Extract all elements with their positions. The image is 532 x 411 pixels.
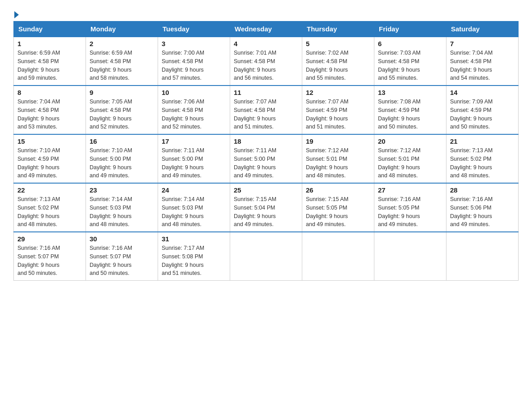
calendar-cell: 31Sunrise: 7:17 AMSunset: 5:08 PMDayligh… — [158, 232, 230, 281]
calendar-week-2: 8Sunrise: 7:04 AMSunset: 4:58 PMDaylight… — [14, 86, 519, 134]
day-number: 26 — [306, 186, 370, 194]
day-info: Sunrise: 7:16 AMSunset: 5:05 PMDaylight:… — [378, 195, 442, 229]
day-number: 4 — [234, 40, 298, 47]
day-number: 9 — [90, 89, 154, 96]
logo-text — [13, 11, 20, 18]
day-number: 19 — [306, 137, 370, 145]
calendar-cell: 4Sunrise: 7:01 AMSunset: 4:58 PMDaylight… — [230, 37, 302, 86]
day-info: Sunrise: 7:15 AMSunset: 5:04 PMDaylight:… — [234, 195, 298, 229]
day-number: 15 — [17, 137, 82, 145]
calendar-week-1: 1Sunrise: 6:59 AMSunset: 4:58 PMDaylight… — [14, 37, 519, 86]
calendar-cell: 22Sunrise: 7:13 AMSunset: 5:02 PMDayligh… — [14, 183, 86, 232]
calendar-cell: 1Sunrise: 6:59 AMSunset: 4:58 PMDaylight… — [14, 37, 86, 86]
calendar-cell: 18Sunrise: 7:11 AMSunset: 5:00 PMDayligh… — [230, 134, 302, 183]
day-number: 25 — [234, 186, 298, 194]
calendar-cell: 13Sunrise: 7:08 AMSunset: 4:59 PMDayligh… — [374, 86, 446, 134]
day-info: Sunrise: 7:14 AMSunset: 5:03 PMDaylight:… — [162, 195, 226, 229]
calendar-cell: 17Sunrise: 7:11 AMSunset: 5:00 PMDayligh… — [158, 134, 230, 183]
day-number: 30 — [90, 235, 154, 243]
day-info: Sunrise: 6:59 AMSunset: 4:58 PMDaylight:… — [17, 49, 82, 82]
calendar-header-tuesday: Tuesday — [158, 21, 230, 37]
day-info: Sunrise: 7:15 AMSunset: 5:05 PMDaylight:… — [306, 195, 370, 229]
calendar-header-sunday: Sunday — [14, 21, 86, 37]
day-info: Sunrise: 7:16 AMSunset: 5:07 PMDaylight:… — [90, 244, 154, 278]
calendar-cell: 28Sunrise: 7:16 AMSunset: 5:06 PMDayligh… — [446, 183, 519, 232]
day-info: Sunrise: 7:12 AMSunset: 5:01 PMDaylight:… — [378, 146, 442, 180]
calendar-cell: 20Sunrise: 7:12 AMSunset: 5:01 PMDayligh… — [374, 134, 446, 183]
day-info: Sunrise: 7:16 AMSunset: 5:07 PMDaylight:… — [17, 244, 82, 278]
day-info: Sunrise: 7:14 AMSunset: 5:03 PMDaylight:… — [90, 195, 154, 229]
day-number: 1 — [17, 40, 82, 47]
day-number: 8 — [17, 89, 82, 96]
day-info: Sunrise: 7:07 AMSunset: 4:59 PMDaylight:… — [306, 98, 370, 131]
day-number: 13 — [378, 89, 442, 96]
day-number: 12 — [306, 89, 370, 96]
day-number: 7 — [450, 40, 515, 47]
day-number: 3 — [162, 40, 226, 47]
calendar-header-wednesday: Wednesday — [230, 21, 302, 37]
calendar-cell — [446, 232, 519, 281]
calendar-cell: 26Sunrise: 7:15 AMSunset: 5:05 PMDayligh… — [302, 183, 374, 232]
calendar-cell: 24Sunrise: 7:14 AMSunset: 5:03 PMDayligh… — [158, 183, 230, 232]
day-number: 6 — [378, 40, 442, 47]
day-info: Sunrise: 7:02 AMSunset: 4:58 PMDaylight:… — [306, 49, 370, 82]
day-info: Sunrise: 7:11 AMSunset: 5:00 PMDaylight:… — [162, 146, 226, 180]
day-info: Sunrise: 7:10 AMSunset: 5:00 PMDaylight:… — [90, 146, 154, 180]
calendar-cell: 23Sunrise: 7:14 AMSunset: 5:03 PMDayligh… — [86, 183, 158, 232]
day-info: Sunrise: 7:01 AMSunset: 4:58 PMDaylight:… — [234, 49, 298, 82]
day-number: 23 — [90, 186, 154, 194]
calendar-cell: 16Sunrise: 7:10 AMSunset: 5:00 PMDayligh… — [86, 134, 158, 183]
day-number: 29 — [17, 235, 82, 243]
day-number: 17 — [162, 137, 226, 145]
day-info: Sunrise: 7:17 AMSunset: 5:08 PMDaylight:… — [162, 244, 226, 278]
calendar-header-saturday: Saturday — [446, 21, 519, 37]
day-number: 14 — [450, 89, 515, 96]
calendar-cell: 3Sunrise: 7:00 AMSunset: 4:58 PMDaylight… — [158, 37, 230, 86]
day-info: Sunrise: 7:04 AMSunset: 4:58 PMDaylight:… — [17, 98, 82, 131]
page-header — [13, 9, 519, 17]
day-info: Sunrise: 7:12 AMSunset: 5:01 PMDaylight:… — [306, 146, 370, 180]
calendar-header-friday: Friday — [374, 21, 446, 37]
logo-arrow-icon — [14, 11, 19, 18]
calendar-week-5: 29Sunrise: 7:16 AMSunset: 5:07 PMDayligh… — [14, 232, 519, 281]
calendar-cell: 25Sunrise: 7:15 AMSunset: 5:04 PMDayligh… — [230, 183, 302, 232]
calendar-cell — [302, 232, 374, 281]
calendar-cell: 29Sunrise: 7:16 AMSunset: 5:07 PMDayligh… — [14, 232, 86, 281]
logo — [13, 9, 20, 17]
calendar-cell: 30Sunrise: 7:16 AMSunset: 5:07 PMDayligh… — [86, 232, 158, 281]
day-info: Sunrise: 6:59 AMSunset: 4:58 PMDaylight:… — [90, 49, 154, 82]
calendar-header-monday: Monday — [86, 21, 158, 37]
day-info: Sunrise: 7:05 AMSunset: 4:58 PMDaylight:… — [90, 98, 154, 131]
calendar-cell: 10Sunrise: 7:06 AMSunset: 4:58 PMDayligh… — [158, 86, 230, 134]
day-number: 11 — [234, 89, 298, 96]
day-info: Sunrise: 7:07 AMSunset: 4:58 PMDaylight:… — [234, 98, 298, 131]
calendar-cell: 15Sunrise: 7:10 AMSunset: 4:59 PMDayligh… — [14, 134, 86, 183]
calendar-cell: 11Sunrise: 7:07 AMSunset: 4:58 PMDayligh… — [230, 86, 302, 134]
day-number: 5 — [306, 40, 370, 47]
calendar-cell: 9Sunrise: 7:05 AMSunset: 4:58 PMDaylight… — [86, 86, 158, 134]
calendar-header-thursday: Thursday — [302, 21, 374, 37]
day-number: 28 — [450, 186, 515, 194]
day-number: 16 — [90, 137, 154, 145]
calendar-cell — [374, 232, 446, 281]
day-number: 10 — [162, 89, 226, 96]
day-info: Sunrise: 7:16 AMSunset: 5:06 PMDaylight:… — [450, 195, 515, 229]
calendar-week-3: 15Sunrise: 7:10 AMSunset: 4:59 PMDayligh… — [14, 134, 519, 183]
calendar-header-row: SundayMondayTuesdayWednesdayThursdayFrid… — [14, 21, 519, 37]
day-info: Sunrise: 7:09 AMSunset: 4:59 PMDaylight:… — [450, 98, 515, 131]
day-info: Sunrise: 7:04 AMSunset: 4:58 PMDaylight:… — [450, 49, 515, 82]
day-number: 20 — [378, 137, 442, 145]
calendar-cell: 27Sunrise: 7:16 AMSunset: 5:05 PMDayligh… — [374, 183, 446, 232]
calendar-cell: 6Sunrise: 7:03 AMSunset: 4:58 PMDaylight… — [374, 37, 446, 86]
day-info: Sunrise: 7:13 AMSunset: 5:02 PMDaylight:… — [450, 146, 515, 180]
calendar-cell: 2Sunrise: 6:59 AMSunset: 4:58 PMDaylight… — [86, 37, 158, 86]
calendar-cell: 14Sunrise: 7:09 AMSunset: 4:59 PMDayligh… — [446, 86, 519, 134]
day-info: Sunrise: 7:06 AMSunset: 4:58 PMDaylight:… — [162, 98, 226, 131]
day-number: 21 — [450, 137, 515, 145]
day-info: Sunrise: 7:13 AMSunset: 5:02 PMDaylight:… — [17, 195, 82, 229]
calendar-cell: 21Sunrise: 7:13 AMSunset: 5:02 PMDayligh… — [446, 134, 519, 183]
day-info: Sunrise: 7:10 AMSunset: 4:59 PMDaylight:… — [17, 146, 82, 180]
day-number: 18 — [234, 137, 298, 145]
calendar-cell: 8Sunrise: 7:04 AMSunset: 4:58 PMDaylight… — [14, 86, 86, 134]
day-info: Sunrise: 7:11 AMSunset: 5:00 PMDaylight:… — [234, 146, 298, 180]
